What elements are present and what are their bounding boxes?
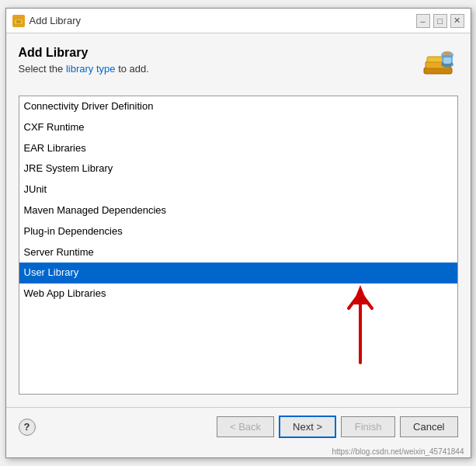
close-button[interactable]: ✕: [450, 14, 464, 28]
title-bar-left: Add Library: [12, 15, 81, 27]
svg-rect-1: [16, 17, 19, 19]
svg-rect-14: [443, 57, 451, 64]
minimize-button[interactable]: –: [416, 14, 430, 28]
list-item[interactable]: Server Runtime: [19, 242, 457, 263]
list-item[interactable]: Web App Libraries: [19, 283, 457, 304]
list-item[interactable]: Connectivity Driver Definition: [19, 96, 457, 117]
subtitle-suffix: to add.: [116, 63, 149, 75]
header-icon: [418, 46, 458, 86]
back-button[interactable]: < Back: [217, 416, 274, 437]
svg-rect-15: [444, 52, 450, 55]
list-item[interactable]: Maven Managed Dependencies: [19, 200, 457, 221]
list-item[interactable]: JUnit: [19, 179, 457, 200]
svg-rect-2: [15, 19, 23, 24]
cancel-button[interactable]: Cancel: [400, 416, 457, 437]
bottom-right: < Back Next > Finish Cancel: [217, 416, 458, 438]
header-section: Add Library Select the library type to a…: [19, 46, 458, 86]
finish-button[interactable]: Finish: [341, 416, 395, 437]
add-library-window: Add Library – □ ✕ Add Library Select the…: [5, 8, 471, 458]
dialog-title: Add Library: [19, 46, 149, 60]
watermark: https://blog.csdn.net/weixin_45741844: [6, 446, 471, 457]
list-item[interactable]: JRE System Library: [19, 158, 457, 179]
list-item[interactable]: User Library: [19, 263, 457, 283]
help-button[interactable]: ?: [19, 419, 36, 436]
window-icon: [12, 15, 25, 27]
content-area: Add Library Select the library type to a…: [6, 33, 471, 407]
title-bar-controls: – □ ✕: [416, 14, 464, 28]
header-text: Add Library Select the library type to a…: [19, 46, 149, 75]
subtitle-prefix: Select the: [19, 63, 66, 75]
next-button[interactable]: Next >: [279, 416, 336, 438]
title-bar: Add Library – □ ✕: [6, 9, 471, 33]
library-list[interactable]: Connectivity Driver DefinitionCXF Runtim…: [19, 96, 458, 395]
list-item[interactable]: EAR Libraries: [19, 138, 457, 159]
list-item[interactable]: CXF Runtime: [19, 117, 457, 138]
bottom-bar: ? < Back Next > Finish Cancel: [6, 407, 471, 446]
window-title: Add Library: [30, 15, 81, 26]
maximize-button[interactable]: □: [433, 14, 447, 28]
dialog-subtitle: Select the library type to add.: [19, 63, 149, 75]
subtitle-link: library type: [66, 63, 116, 75]
bottom-left: ?: [19, 419, 36, 436]
list-item[interactable]: Plug-in Dependencies: [19, 221, 457, 242]
